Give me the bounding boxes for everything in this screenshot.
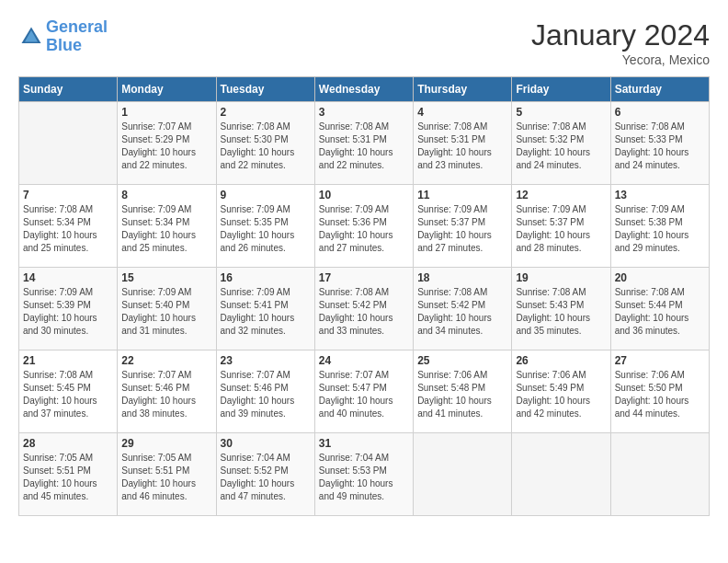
day-number: 16 [221,271,311,284]
day-info: Sunrise: 7:09 AM Sunset: 5:35 PM Dayligh… [221,203,311,255]
day-info: Sunrise: 7:08 AM Sunset: 5:42 PM Dayligh… [417,286,507,338]
day-number: 5 [516,106,606,119]
week-row-3: 14Sunrise: 7:09 AM Sunset: 5:39 PM Dayli… [19,268,710,350]
logo-line1: General [46,17,108,36]
calendar-cell: 31Sunrise: 7:04 AM Sunset: 5:53 PM Dayli… [314,433,413,516]
calendar-cell: 20Sunrise: 7:08 AM Sunset: 5:44 PM Dayli… [610,268,709,350]
day-number: 23 [221,354,311,367]
calendar-cell: 13Sunrise: 7:09 AM Sunset: 5:38 PM Dayli… [610,185,709,268]
calendar: SundayMondayTuesdayWednesdayThursdayFrid… [18,76,710,516]
day-info: Sunrise: 7:08 AM Sunset: 5:34 PM Dayligh… [23,203,113,255]
day-number: 27 [615,354,705,367]
day-info: Sunrise: 7:07 AM Sunset: 5:46 PM Dayligh… [121,369,211,420]
day-number: 24 [319,354,409,367]
weekday-header-tuesday: Tuesday [216,77,314,102]
day-number: 28 [23,437,113,450]
day-number: 26 [516,354,606,367]
day-info: Sunrise: 7:06 AM Sunset: 5:48 PM Dayligh… [417,369,507,420]
calendar-cell: 10Sunrise: 7:09 AM Sunset: 5:36 PM Dayli… [314,185,413,268]
calendar-cell: 19Sunrise: 7:08 AM Sunset: 5:43 PM Dayli… [512,268,610,350]
calendar-cell: 24Sunrise: 7:07 AM Sunset: 5:47 PM Dayli… [314,350,413,433]
day-info: Sunrise: 7:04 AM Sunset: 5:53 PM Dayligh… [319,452,409,503]
day-info: Sunrise: 7:04 AM Sunset: 5:52 PM Dayligh… [221,452,311,503]
day-info: Sunrise: 7:08 AM Sunset: 5:32 PM Dayligh… [516,121,606,172]
location-subtitle: Yecora, Mexico [531,52,710,67]
day-number: 14 [23,271,113,284]
day-info: Sunrise: 7:09 AM Sunset: 5:36 PM Dayligh… [319,203,409,255]
title-area: January 2024 Yecora, Mexico [531,18,710,67]
day-number: 17 [319,271,409,284]
calendar-cell: 28Sunrise: 7:05 AM Sunset: 5:51 PM Dayli… [19,433,118,516]
logo-text: General Blue [46,18,108,55]
day-info: Sunrise: 7:09 AM Sunset: 5:41 PM Dayligh… [221,286,311,338]
day-info: Sunrise: 7:08 AM Sunset: 5:31 PM Dayligh… [319,121,409,172]
day-number: 15 [121,271,211,284]
day-number: 25 [417,354,507,367]
day-info: Sunrise: 7:09 AM Sunset: 5:37 PM Dayligh… [516,203,606,255]
calendar-cell: 5Sunrise: 7:08 AM Sunset: 5:32 PM Daylig… [512,102,610,185]
calendar-cell [610,433,709,516]
day-info: Sunrise: 7:07 AM Sunset: 5:46 PM Dayligh… [221,369,311,420]
calendar-cell: 14Sunrise: 7:09 AM Sunset: 5:39 PM Dayli… [19,268,118,350]
day-info: Sunrise: 7:06 AM Sunset: 5:50 PM Dayligh… [615,369,705,420]
weekday-header-saturday: Saturday [610,77,709,102]
logo: General Blue [18,18,108,55]
weekday-header-sunday: Sunday [19,77,118,102]
day-number: 8 [121,189,211,201]
calendar-cell [19,102,118,185]
day-info: Sunrise: 7:09 AM Sunset: 5:34 PM Dayligh… [121,203,211,255]
calendar-cell: 6Sunrise: 7:08 AM Sunset: 5:33 PM Daylig… [610,102,709,185]
calendar-cell: 17Sunrise: 7:08 AM Sunset: 5:42 PM Dayli… [314,268,413,350]
weekday-header-thursday: Thursday [414,77,512,102]
day-info: Sunrise: 7:05 AM Sunset: 5:51 PM Dayligh… [121,452,211,503]
weekday-header-friday: Friday [512,77,610,102]
calendar-cell: 12Sunrise: 7:09 AM Sunset: 5:37 PM Dayli… [512,185,610,268]
calendar-cell: 7Sunrise: 7:08 AM Sunset: 5:34 PM Daylig… [19,185,118,268]
day-info: Sunrise: 7:08 AM Sunset: 5:43 PM Dayligh… [516,286,606,338]
calendar-cell: 2Sunrise: 7:08 AM Sunset: 5:30 PM Daylig… [216,102,314,185]
calendar-cell: 21Sunrise: 7:08 AM Sunset: 5:45 PM Dayli… [19,350,118,433]
day-info: Sunrise: 7:09 AM Sunset: 5:37 PM Dayligh… [417,203,507,255]
day-number: 12 [516,189,606,201]
calendar-cell: 1Sunrise: 7:07 AM Sunset: 5:29 PM Daylig… [118,102,216,185]
day-number: 13 [615,189,705,201]
day-info: Sunrise: 7:07 AM Sunset: 5:29 PM Dayligh… [121,121,211,172]
day-number: 1 [121,106,211,119]
calendar-cell: 18Sunrise: 7:08 AM Sunset: 5:42 PM Dayli… [414,268,512,350]
logo-icon [18,24,44,50]
day-number: 30 [221,437,311,450]
calendar-cell: 29Sunrise: 7:05 AM Sunset: 5:51 PM Dayli… [118,433,216,516]
day-number: 29 [121,437,211,450]
day-info: Sunrise: 7:09 AM Sunset: 5:40 PM Dayligh… [121,286,211,338]
calendar-cell: 16Sunrise: 7:09 AM Sunset: 5:41 PM Dayli… [216,268,314,350]
logo-line2: Blue [46,36,82,54]
week-row-1: 1Sunrise: 7:07 AM Sunset: 5:29 PM Daylig… [19,102,710,185]
header: General Blue January 2024 Yecora, Mexico [18,18,710,67]
calendar-cell: 26Sunrise: 7:06 AM Sunset: 5:49 PM Dayli… [512,350,610,433]
day-info: Sunrise: 7:08 AM Sunset: 5:42 PM Dayligh… [319,286,409,338]
week-row-2: 7Sunrise: 7:08 AM Sunset: 5:34 PM Daylig… [19,185,710,268]
day-number: 18 [417,271,507,284]
day-number: 4 [417,106,507,119]
day-info: Sunrise: 7:08 AM Sunset: 5:31 PM Dayligh… [417,121,507,172]
calendar-cell [414,433,512,516]
calendar-cell: 30Sunrise: 7:04 AM Sunset: 5:52 PM Dayli… [216,433,314,516]
calendar-cell: 3Sunrise: 7:08 AM Sunset: 5:31 PM Daylig… [314,102,413,185]
day-number: 6 [615,106,705,119]
calendar-cell [512,433,610,516]
day-info: Sunrise: 7:08 AM Sunset: 5:44 PM Dayligh… [615,286,705,338]
day-number: 3 [319,106,409,119]
calendar-cell: 22Sunrise: 7:07 AM Sunset: 5:46 PM Dayli… [118,350,216,433]
day-number: 2 [221,106,311,119]
month-title: January 2024 [531,18,710,52]
calendar-cell: 15Sunrise: 7:09 AM Sunset: 5:40 PM Dayli… [118,268,216,350]
day-info: Sunrise: 7:07 AM Sunset: 5:47 PM Dayligh… [319,369,409,420]
day-info: Sunrise: 7:09 AM Sunset: 5:38 PM Dayligh… [615,203,705,255]
calendar-cell: 9Sunrise: 7:09 AM Sunset: 5:35 PM Daylig… [216,185,314,268]
calendar-cell: 11Sunrise: 7:09 AM Sunset: 5:37 PM Dayli… [414,185,512,268]
calendar-cell: 25Sunrise: 7:06 AM Sunset: 5:48 PM Dayli… [414,350,512,433]
day-info: Sunrise: 7:08 AM Sunset: 5:30 PM Dayligh… [221,121,311,172]
day-info: Sunrise: 7:08 AM Sunset: 5:33 PM Dayligh… [615,121,705,172]
day-info: Sunrise: 7:08 AM Sunset: 5:45 PM Dayligh… [23,369,113,420]
calendar-cell: 23Sunrise: 7:07 AM Sunset: 5:46 PM Dayli… [216,350,314,433]
